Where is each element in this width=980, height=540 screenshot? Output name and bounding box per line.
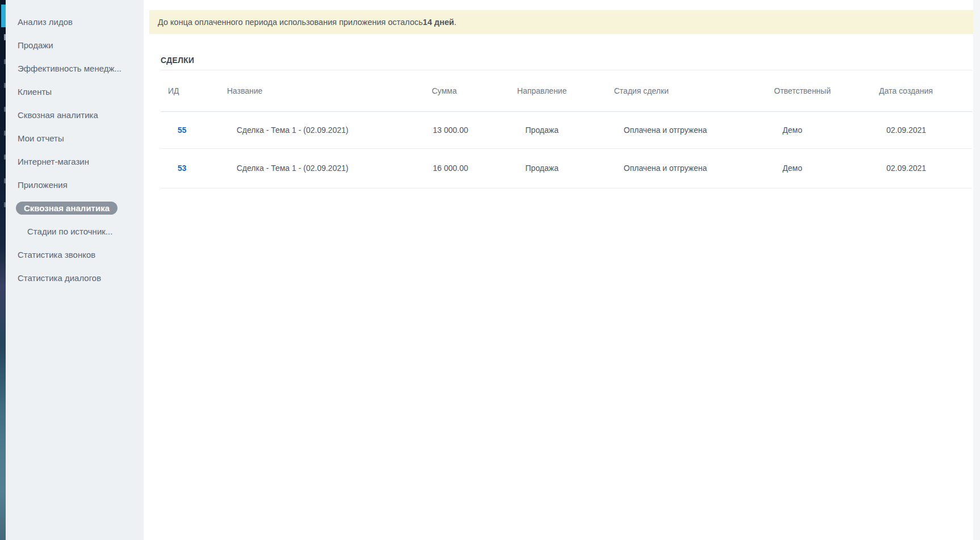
trial-days-left: 14 дней xyxy=(423,18,454,27)
trial-period-banner: До конца оплаченного периода использован… xyxy=(149,10,973,34)
sidebar-item-label: Эффективность менедж... xyxy=(18,64,121,73)
rail-menu-fragment xyxy=(4,178,6,183)
deal-id-cell: 53 xyxy=(161,148,227,188)
deal-amount-cell: 16 000.00 xyxy=(420,148,471,188)
deal-created-cell: 02.09.2021 xyxy=(877,148,972,188)
sidebar-item-label: Клиенты xyxy=(18,87,52,97)
deal-direction-cell: Продажа xyxy=(471,148,613,188)
deal-id-link[interactable]: 55 xyxy=(178,125,187,135)
deal-responsible-cell: Демо xyxy=(772,111,877,148)
column-header-amount[interactable]: Сумма xyxy=(420,70,471,111)
sidebar-item-label: Интернет-магазин xyxy=(18,157,89,166)
column-header-created[interactable]: Дата создания xyxy=(877,70,972,111)
sidebar-item-label: Сквозная аналитика xyxy=(18,110,98,120)
deals-table: ИД Название Сумма Направление Стадия сде… xyxy=(161,70,972,189)
deal-amount-cell: 13 000.00 xyxy=(420,111,471,148)
sidebar-item-applications[interactable]: Приложения xyxy=(6,173,144,196)
rail-menu-fragment xyxy=(4,83,6,88)
deal-created-cell: 02.09.2021 xyxy=(877,111,972,148)
rail-menu-fragment xyxy=(4,202,6,207)
sidebar-item-label: Мои отчеты xyxy=(18,133,64,143)
sidebar-item-lead-analysis[interactable]: Анализ лидов xyxy=(6,10,144,34)
sidebar-item-online-store[interactable]: Интернет-магазин xyxy=(6,150,144,173)
sidebar-item-label: Статистика звонков xyxy=(18,250,95,259)
sidebar-item-end-to-end-analytics[interactable]: Сквозная аналитика xyxy=(6,103,144,127)
column-header-direction[interactable]: Направление xyxy=(471,70,613,111)
table-row: 55 Сделка - Тема 1 - (02.09.2021) 13 000… xyxy=(161,111,972,148)
deal-stage-cell: Оплачена и отгружена xyxy=(613,111,772,148)
sidebar-item-clients[interactable]: Клиенты xyxy=(6,80,144,103)
report-title: СДЕЛКИ xyxy=(161,34,972,70)
trial-banner-text: До конца оплаченного периода использован… xyxy=(158,18,423,27)
deals-header-row: ИД Название Сумма Направление Стадия сде… xyxy=(161,70,972,111)
active-item-pill[interactable]: Сквозная аналитика xyxy=(16,202,117,215)
deal-stage-cell: Оплачена и отгружена xyxy=(613,148,772,188)
table-row: 53 Сделка - Тема 1 - (02.09.2021) 16 000… xyxy=(161,148,972,188)
sidebar-item-label: Приложения xyxy=(18,180,68,190)
trial-banner-period: . xyxy=(454,18,456,27)
deal-id-link[interactable]: 53 xyxy=(178,164,187,173)
main-content: До конца оплаченного периода использован… xyxy=(144,0,980,540)
sidebar-item-label: Статистика диалогов xyxy=(18,273,101,283)
column-header-name[interactable]: Название xyxy=(227,70,420,111)
deal-direction-cell: Продажа xyxy=(471,111,613,148)
deal-id-cell: 55 xyxy=(161,111,227,148)
sidebar-item-call-statistics[interactable]: Статистика звонков xyxy=(6,243,144,266)
sidebar-item-dialog-statistics[interactable]: Статистика диалогов xyxy=(6,266,144,290)
rail-menu-fragment xyxy=(4,59,6,64)
rail-menu-fragment xyxy=(4,154,6,160)
deal-name-cell: Сделка - Тема 1 - (02.09.2021) xyxy=(227,148,420,188)
sidebar-item-end-to-end-analytics-active[interactable]: Сквозная аналитика xyxy=(6,196,144,220)
rail-menu-fragment xyxy=(4,107,6,112)
deal-name-cell: Сделка - Тема 1 - (02.09.2021) xyxy=(227,111,420,148)
sidebar-item-my-reports[interactable]: Мои отчеты xyxy=(6,127,144,150)
sidebar-item-stages-by-source[interactable]: Стадии по источник... xyxy=(6,220,144,243)
sidebar-item-label: Анализ лидов xyxy=(18,17,73,27)
collapsed-dark-rail xyxy=(0,0,6,540)
sidebar-item-label: Стадии по источник... xyxy=(27,227,112,236)
scrollbar-track[interactable] xyxy=(973,0,980,540)
report-content: СДЕЛКИ ИД Название Сумма Направление Ста… xyxy=(161,34,972,189)
sidebar-item-label: Продажи xyxy=(18,40,53,50)
reports-sidebar: Анализ лидов Продажи Эффективность менед… xyxy=(6,0,144,540)
rail-active-accent xyxy=(1,5,6,27)
sidebar-item-manager-efficiency[interactable]: Эффективность менедж... xyxy=(6,57,144,80)
sidebar-item-sales[interactable]: Продажи xyxy=(6,34,144,57)
column-header-responsible[interactable]: Ответственный xyxy=(772,70,877,111)
rail-menu-fragment xyxy=(4,34,6,40)
rail-menu-fragment xyxy=(4,131,6,136)
deal-responsible-cell: Демо xyxy=(772,148,877,188)
column-header-stage[interactable]: Стадия сделки xyxy=(613,70,772,111)
column-header-id[interactable]: ИД xyxy=(161,70,227,111)
